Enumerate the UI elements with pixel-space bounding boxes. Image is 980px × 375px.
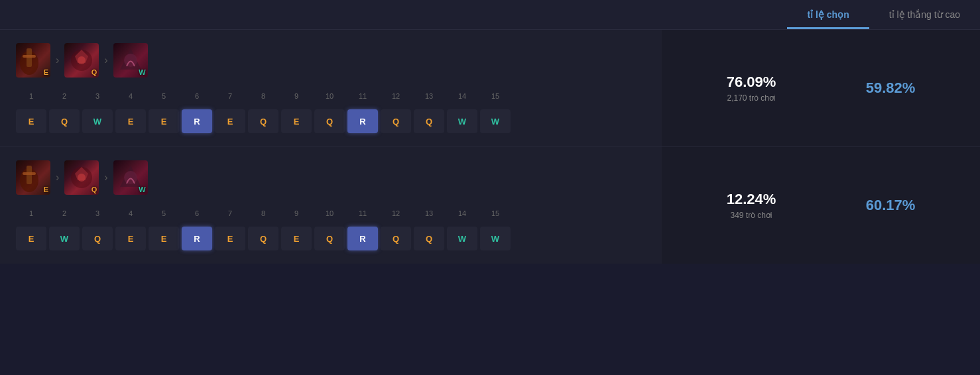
win-rate-pct-2: 60.17% [866,197,916,214]
num-cell-14: 14 [447,88,477,104]
skill-key-label: Q [92,68,97,76]
skill-cell-1: E [16,109,46,133]
pick-rate-pct-1: 76.09% [727,74,776,91]
skill-cell-5: E [149,227,179,250]
left-section-2: E › Q › W 123456789101112131415EWQEEREQE… [0,147,662,264]
num-cell-11: 11 [347,88,378,104]
skill-key-label: Q [92,186,97,193]
num-cell-9: 9 [281,205,312,221]
skill-key-label: W [139,68,145,76]
num-cell-10: 10 [314,88,345,104]
skill-cell-9: E [281,109,312,133]
num-cell-9: 9 [281,88,312,104]
skill-icon-Q-2: Q [64,160,99,195]
left-section-1: E › Q › W 123456789101112131415EQWEEREQE… [0,30,662,146]
num-cell-7: 7 [215,88,245,104]
tab-win-rate[interactable]: tỉ lệ thắng từ cao [869,0,980,29]
skill-cell-6: R [182,109,212,133]
arrow-icon-2-1: › [56,172,59,184]
num-cell-4: 4 [115,88,146,104]
skill-key-label: E [44,68,48,76]
num-cell-3: 3 [82,205,113,221]
skill-cell-4: E [115,109,146,133]
skill-cell-14: W [447,227,477,250]
right-section-2: 12.24%349 trò chơi60.17% [662,147,980,264]
skill-icon-E-2: E [16,160,50,195]
skill-icons-1: E › Q › W [16,43,646,78]
skill-cell-7: E [215,227,245,250]
skill-row-2: E › Q › W 123456789101112131415EWQEEREQE… [0,147,980,264]
tab-pick-rate[interactable]: tỉ lệ chọn [787,0,869,29]
skill-icon-W-2: W [113,160,148,195]
number-row-2: 123456789101112131415 [16,205,646,221]
skill-icon-W-1: W [113,43,148,78]
arrow-icon-2-2: › [104,172,107,184]
skill-cell-8: Q [248,109,278,133]
skill-icon-E-1: E [16,43,50,78]
num-cell-15: 15 [480,88,511,104]
num-cell-10: 10 [314,205,345,221]
skill-cell-row-1: EQWEEREQEQRQQWW [16,109,646,133]
app-container: tỉ lệ chọn tỉ lệ thắng từ cao E › Q › [0,0,980,264]
pick-rate-block-2: 12.24%349 trò chơi [727,191,776,220]
svg-point-10 [78,174,86,182]
skill-order-content: E › Q › W 123456789101112131415EQWEEREQE… [0,30,980,264]
skill-cell-10: Q [314,109,345,133]
skill-cell-13: Q [414,227,444,250]
num-cell-13: 13 [414,88,444,104]
skill-icons-2: E › Q › W [16,160,646,195]
skill-cell-10: Q [314,227,345,250]
skill-cell-11: R [347,227,378,250]
skill-cell-1: E [16,227,46,250]
num-cell-1: 1 [16,88,46,104]
win-rate-block-2: 60.17% [866,197,916,214]
num-cell-1: 1 [16,205,46,221]
num-cell-7: 7 [215,205,245,221]
svg-rect-2 [23,55,36,58]
num-cell-11: 11 [347,205,378,221]
num-cell-4: 4 [115,205,146,221]
number-row-1: 123456789101112131415 [16,88,646,104]
skill-cell-15: W [480,227,511,250]
num-cell-15: 15 [480,205,511,221]
num-cell-5: 5 [149,88,179,104]
num-cell-12: 12 [381,88,411,104]
skill-key-label: W [139,186,145,193]
num-cell-5: 5 [149,205,179,221]
svg-point-5 [124,54,137,67]
skill-cell-2: Q [49,109,80,133]
win-rate-block-1: 59.82% [866,80,916,97]
num-cell-14: 14 [447,205,477,221]
skill-cell-15: W [480,109,511,133]
num-cell-6: 6 [182,88,212,104]
num-cell-12: 12 [381,205,411,221]
skill-cell-14: W [447,109,477,133]
skill-cell-12: Q [381,227,411,250]
skill-icon-Q-1: Q [64,43,99,78]
num-cell-2: 2 [49,88,80,104]
skill-cell-4: E [115,227,146,250]
num-cell-8: 8 [248,88,278,104]
pick-rate-games-2: 349 trò chơi [727,211,776,220]
win-rate-pct-1: 59.82% [866,80,916,97]
skill-cell-9: E [281,227,312,250]
num-cell-2: 2 [49,205,80,221]
skill-cell-3: Q [82,227,113,250]
skill-cell-13: Q [414,109,444,133]
num-cell-3: 3 [82,88,113,104]
skill-row-1: E › Q › W 123456789101112131415EQWEEREQE… [0,30,980,147]
pick-rate-pct-2: 12.24% [727,191,776,208]
skill-cell-7: E [215,109,245,133]
arrow-icon-1-1: › [56,54,59,66]
num-cell-8: 8 [248,205,278,221]
svg-point-4 [78,56,86,64]
skill-cell-3: W [82,109,113,133]
skill-cell-11: R [347,109,378,133]
right-section-1: 76.09%2,170 trò chơi59.82% [662,30,980,146]
num-cell-6: 6 [182,205,212,221]
skill-cell-8: Q [248,227,278,250]
pick-rate-games-1: 2,170 trò chơi [727,93,776,103]
tab-bar: tỉ lệ chọn tỉ lệ thắng từ cao [0,0,980,30]
svg-rect-8 [23,172,36,175]
skill-cell-2: W [49,227,80,250]
